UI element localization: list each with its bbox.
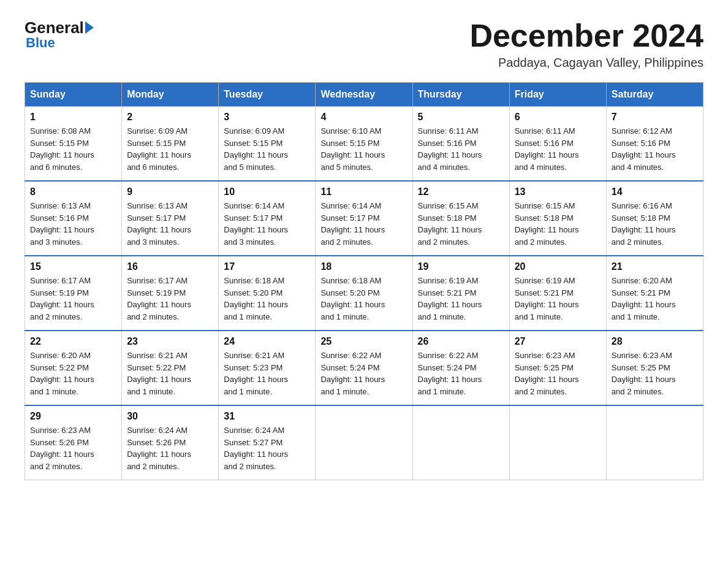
calendar-day-cell: 18Sunrise: 6:18 AMSunset: 5:20 PMDayligh… bbox=[316, 256, 412, 331]
calendar-week-row: 22Sunrise: 6:20 AMSunset: 5:22 PMDayligh… bbox=[25, 331, 703, 405]
calendar-day-cell: 19Sunrise: 6:19 AMSunset: 5:21 PMDayligh… bbox=[412, 256, 509, 331]
calendar-day-cell: 31Sunrise: 6:24 AMSunset: 5:27 PMDayligh… bbox=[219, 405, 316, 480]
day-info: Sunrise: 6:09 AMSunset: 5:15 PMDaylight:… bbox=[224, 125, 310, 173]
calendar-week-row: 29Sunrise: 6:23 AMSunset: 5:26 PMDayligh… bbox=[25, 405, 703, 480]
calendar-day-cell: 22Sunrise: 6:20 AMSunset: 5:22 PMDayligh… bbox=[25, 331, 122, 405]
day-number: 15 bbox=[30, 261, 116, 272]
day-number: 14 bbox=[612, 186, 698, 197]
calendar-empty-cell bbox=[509, 405, 606, 480]
day-info: Sunrise: 6:11 AMSunset: 5:16 PMDaylight:… bbox=[515, 125, 601, 173]
calendar-day-cell: 9Sunrise: 6:13 AMSunset: 5:17 PMDaylight… bbox=[122, 181, 219, 256]
calendar-empty-cell bbox=[412, 405, 509, 480]
day-number: 13 bbox=[515, 186, 601, 197]
day-number: 21 bbox=[612, 261, 698, 272]
calendar-day-cell: 21Sunrise: 6:20 AMSunset: 5:21 PMDayligh… bbox=[606, 256, 703, 331]
day-info: Sunrise: 6:10 AMSunset: 5:15 PMDaylight:… bbox=[320, 125, 407, 173]
calendar-day-cell: 11Sunrise: 6:14 AMSunset: 5:17 PMDayligh… bbox=[316, 181, 412, 256]
calendar-week-row: 15Sunrise: 6:17 AMSunset: 5:19 PMDayligh… bbox=[25, 256, 703, 331]
weekday-header-friday: Friday bbox=[509, 83, 606, 107]
day-info: Sunrise: 6:17 AMSunset: 5:19 PMDaylight:… bbox=[127, 275, 213, 323]
day-info: Sunrise: 6:16 AMSunset: 5:18 PMDaylight:… bbox=[612, 200, 698, 248]
day-info: Sunrise: 6:24 AMSunset: 5:27 PMDaylight:… bbox=[224, 424, 310, 472]
day-number: 31 bbox=[224, 411, 310, 422]
day-info: Sunrise: 6:23 AMSunset: 5:25 PMDaylight:… bbox=[612, 350, 698, 397]
day-info: Sunrise: 6:21 AMSunset: 5:23 PMDaylight:… bbox=[224, 350, 310, 397]
day-number: 20 bbox=[515, 261, 601, 272]
calendar-day-cell: 5Sunrise: 6:11 AMSunset: 5:16 PMDaylight… bbox=[412, 107, 509, 182]
page-header: General Blue December 2024 Paddaya, Caga… bbox=[25, 18, 703, 70]
month-title: December 2024 bbox=[469, 18, 703, 53]
calendar-day-cell: 12Sunrise: 6:15 AMSunset: 5:18 PMDayligh… bbox=[412, 181, 509, 256]
logo: General Blue bbox=[25, 18, 95, 51]
weekday-header-wednesday: Wednesday bbox=[316, 83, 412, 107]
day-number: 12 bbox=[418, 186, 504, 197]
day-number: 16 bbox=[127, 261, 213, 272]
day-number: 6 bbox=[515, 112, 601, 123]
weekday-header-sunday: Sunday bbox=[25, 83, 122, 107]
day-info: Sunrise: 6:09 AMSunset: 5:15 PMDaylight:… bbox=[127, 125, 213, 173]
day-number: 17 bbox=[224, 261, 310, 272]
calendar-day-cell: 3Sunrise: 6:09 AMSunset: 5:15 PMDaylight… bbox=[219, 107, 316, 182]
calendar-day-cell: 20Sunrise: 6:19 AMSunset: 5:21 PMDayligh… bbox=[509, 256, 606, 331]
day-number: 11 bbox=[320, 186, 407, 197]
weekday-header-tuesday: Tuesday bbox=[219, 83, 316, 107]
calendar-day-cell: 29Sunrise: 6:23 AMSunset: 5:26 PMDayligh… bbox=[25, 405, 122, 480]
calendar-header-row: SundayMondayTuesdayWednesdayThursdayFrid… bbox=[25, 83, 703, 107]
day-info: Sunrise: 6:11 AMSunset: 5:16 PMDaylight:… bbox=[418, 125, 504, 173]
day-info: Sunrise: 6:19 AMSunset: 5:21 PMDaylight:… bbox=[418, 275, 504, 323]
calendar-day-cell: 27Sunrise: 6:23 AMSunset: 5:25 PMDayligh… bbox=[509, 331, 606, 405]
calendar-day-cell: 28Sunrise: 6:23 AMSunset: 5:25 PMDayligh… bbox=[606, 331, 703, 405]
calendar-week-row: 8Sunrise: 6:13 AMSunset: 5:16 PMDaylight… bbox=[25, 181, 703, 256]
calendar-week-row: 1Sunrise: 6:08 AMSunset: 5:15 PMDaylight… bbox=[25, 107, 703, 182]
calendar-empty-cell bbox=[316, 405, 412, 480]
day-info: Sunrise: 6:22 AMSunset: 5:24 PMDaylight:… bbox=[320, 350, 407, 397]
calendar-day-cell: 26Sunrise: 6:22 AMSunset: 5:24 PMDayligh… bbox=[412, 331, 509, 405]
day-info: Sunrise: 6:21 AMSunset: 5:22 PMDaylight:… bbox=[127, 350, 213, 397]
day-info: Sunrise: 6:22 AMSunset: 5:24 PMDaylight:… bbox=[418, 350, 504, 397]
calendar-day-cell: 10Sunrise: 6:14 AMSunset: 5:17 PMDayligh… bbox=[219, 181, 316, 256]
day-info: Sunrise: 6:18 AMSunset: 5:20 PMDaylight:… bbox=[320, 275, 407, 323]
day-number: 29 bbox=[30, 411, 116, 422]
day-number: 10 bbox=[224, 186, 310, 197]
calendar-day-cell: 6Sunrise: 6:11 AMSunset: 5:16 PMDaylight… bbox=[509, 107, 606, 182]
day-info: Sunrise: 6:24 AMSunset: 5:26 PMDaylight:… bbox=[127, 424, 213, 472]
day-info: Sunrise: 6:13 AMSunset: 5:16 PMDaylight:… bbox=[30, 200, 116, 248]
day-number: 1 bbox=[30, 112, 116, 123]
logo-triangle-icon bbox=[84, 23, 94, 34]
calendar-day-cell: 7Sunrise: 6:12 AMSunset: 5:16 PMDaylight… bbox=[606, 107, 703, 182]
calendar-day-cell: 17Sunrise: 6:18 AMSunset: 5:20 PMDayligh… bbox=[219, 256, 316, 331]
calendar-day-cell: 1Sunrise: 6:08 AMSunset: 5:15 PMDaylight… bbox=[25, 107, 122, 182]
calendar-day-cell: 24Sunrise: 6:21 AMSunset: 5:23 PMDayligh… bbox=[219, 331, 316, 405]
calendar-day-cell: 30Sunrise: 6:24 AMSunset: 5:26 PMDayligh… bbox=[122, 405, 219, 480]
calendar-day-cell: 16Sunrise: 6:17 AMSunset: 5:19 PMDayligh… bbox=[122, 256, 219, 331]
day-info: Sunrise: 6:23 AMSunset: 5:26 PMDaylight:… bbox=[30, 424, 116, 472]
day-number: 7 bbox=[612, 112, 698, 123]
logo-blue-text: Blue bbox=[26, 35, 55, 51]
day-number: 28 bbox=[612, 336, 698, 347]
title-section: December 2024 Paddaya, Cagayan Valley, P… bbox=[469, 18, 703, 70]
weekday-header-saturday: Saturday bbox=[606, 83, 703, 107]
day-number: 24 bbox=[224, 336, 310, 347]
day-number: 19 bbox=[418, 261, 504, 272]
location-subtitle: Paddaya, Cagayan Valley, Philippines bbox=[469, 56, 703, 70]
day-number: 26 bbox=[418, 336, 504, 347]
day-info: Sunrise: 6:14 AMSunset: 5:17 PMDaylight:… bbox=[320, 200, 407, 248]
calendar-day-cell: 15Sunrise: 6:17 AMSunset: 5:19 PMDayligh… bbox=[25, 256, 122, 331]
calendar-day-cell: 14Sunrise: 6:16 AMSunset: 5:18 PMDayligh… bbox=[606, 181, 703, 256]
calendar-day-cell: 13Sunrise: 6:15 AMSunset: 5:18 PMDayligh… bbox=[509, 181, 606, 256]
calendar-day-cell: 4Sunrise: 6:10 AMSunset: 5:15 PMDaylight… bbox=[316, 107, 412, 182]
day-info: Sunrise: 6:08 AMSunset: 5:15 PMDaylight:… bbox=[30, 125, 116, 173]
day-number: 3 bbox=[224, 112, 310, 123]
day-info: Sunrise: 6:15 AMSunset: 5:18 PMDaylight:… bbox=[515, 200, 601, 248]
day-number: 27 bbox=[515, 336, 601, 347]
weekday-header-thursday: Thursday bbox=[412, 83, 509, 107]
day-info: Sunrise: 6:15 AMSunset: 5:18 PMDaylight:… bbox=[418, 200, 504, 248]
day-number: 18 bbox=[320, 261, 407, 272]
day-info: Sunrise: 6:18 AMSunset: 5:20 PMDaylight:… bbox=[224, 275, 310, 323]
day-number: 2 bbox=[127, 112, 213, 123]
day-number: 22 bbox=[30, 336, 116, 347]
calendar-day-cell: 23Sunrise: 6:21 AMSunset: 5:22 PMDayligh… bbox=[122, 331, 219, 405]
day-number: 8 bbox=[30, 186, 116, 197]
day-number: 30 bbox=[127, 411, 213, 422]
day-number: 4 bbox=[320, 112, 407, 123]
